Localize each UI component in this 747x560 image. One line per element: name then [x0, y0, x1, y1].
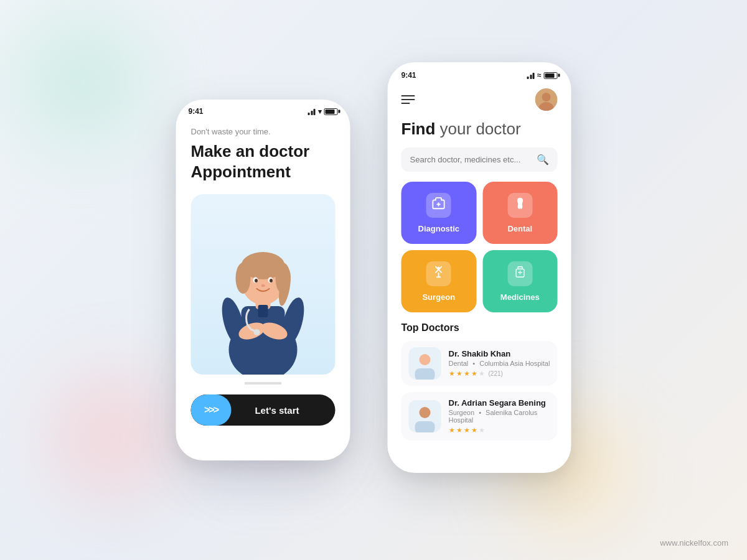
- doctor-info-2: Dr. Adrian Segara Bening Surgeon • Salen…: [449, 398, 550, 434]
- status-bar-2: 9:41 ≈: [388, 62, 571, 85]
- cta-button[interactable]: >>> Let's start: [191, 394, 336, 426]
- star2-1: ★: [449, 426, 455, 434]
- diagnostic-icon-wrap: [426, 193, 451, 218]
- nav-bar: [388, 85, 571, 117]
- avatar[interactable]: [535, 88, 558, 111]
- doctor-stars-2: ★ ★ ★ ★ ★: [449, 426, 550, 434]
- onboarding-content: Don't waste your time. Make an doctor Ap…: [176, 121, 350, 375]
- status-icons-1: ▾: [308, 108, 338, 116]
- star-5: ★: [479, 370, 485, 378]
- dental-icon: [513, 197, 527, 213]
- phones-container: 9:41 ▾ Don't waste your time. Make an do…: [176, 87, 571, 473]
- status-icons-2: ≈: [527, 71, 558, 80]
- time-2: 9:41: [402, 71, 416, 80]
- star2-2: ★: [456, 426, 463, 434]
- medicines-icon: [513, 265, 527, 282]
- svg-rect-30: [415, 421, 435, 432]
- category-dental[interactable]: Dental: [482, 182, 558, 244]
- doctor-illustration: [207, 207, 319, 375]
- svg-point-20: [542, 93, 551, 101]
- signal-icon-2: [527, 72, 535, 79]
- star2-3: ★: [464, 426, 470, 434]
- main-content: Find your doctor 🔍: [388, 117, 571, 465]
- doctor-stars-1: ★ ★ ★ ★ ★ (221): [449, 370, 550, 378]
- search-bar[interactable]: 🔍: [402, 147, 558, 172]
- svg-rect-18: [258, 305, 268, 317]
- medicines-label: Medicines: [500, 292, 540, 302]
- doctor-avatar-2: [409, 400, 441, 432]
- cta-label: Let's start: [232, 405, 336, 416]
- review-count-1: (221): [489, 370, 503, 377]
- svg-rect-27: [415, 368, 435, 380]
- doctor-name-1: Dr. Shakib Khan: [449, 349, 550, 358]
- top-doctors-title: Top Doctors: [402, 322, 558, 334]
- doctor-avatar-1: [409, 347, 441, 380]
- battery-icon-2: [544, 72, 558, 79]
- svg-point-14: [255, 279, 258, 282]
- doctor-specialty-1: Dental • Columbia Asia Hospital: [449, 360, 550, 367]
- menu-button[interactable]: [402, 95, 415, 104]
- surgeon-icon: [432, 265, 446, 282]
- doctor-specialty-2: Surgeon • Salenika Carolus Hospital: [449, 409, 550, 424]
- star-2: ★: [456, 370, 463, 378]
- time-1: 9:41: [189, 107, 204, 116]
- bottom-line: [245, 382, 282, 385]
- phone-onboarding: 9:41 ▾ Don't waste your time. Make an do…: [176, 100, 350, 460]
- status-bar-1: 9:41 ▾: [176, 100, 350, 121]
- categories-grid: Diagnostic Dental: [402, 182, 558, 312]
- category-diagnostic[interactable]: Diagnostic: [402, 182, 477, 244]
- star-4: ★: [471, 370, 477, 378]
- svg-point-15: [270, 279, 273, 282]
- find-heading: Find your doctor: [402, 119, 558, 139]
- onboarding-title: Make an doctor Appointment: [191, 141, 336, 182]
- search-icon: 🔍: [537, 154, 549, 166]
- category-medicines[interactable]: Medicines: [482, 250, 558, 312]
- svg-point-22: [438, 267, 440, 269]
- svg-point-29: [420, 407, 431, 418]
- wifi-icon-2: ≈: [537, 71, 542, 80]
- doctor-info-1: Dr. Shakib Khan Dental • Columbia Asia H…: [449, 349, 550, 378]
- diagnostic-label: Diagnostic: [418, 224, 459, 233]
- phone-main: 9:41 ≈: [388, 62, 571, 473]
- diagnostic-icon: [432, 197, 446, 213]
- battery-icon-1: [324, 108, 338, 115]
- onboarding-subtitle: Don't waste your time.: [191, 127, 336, 136]
- star-3: ★: [464, 370, 470, 378]
- bg-blob-2: [50, 373, 174, 498]
- heading-rest: your doctor: [435, 119, 520, 138]
- doctor-name-2: Dr. Adrian Segara Bening: [449, 398, 550, 408]
- arrow-icon: >>>: [204, 404, 218, 416]
- svg-point-9: [236, 263, 251, 294]
- surgeon-label: Surgeon: [422, 292, 455, 302]
- doctor-card-2[interactable]: Dr. Adrian Segara Bening Surgeon • Salen…: [402, 392, 558, 441]
- star2-4: ★: [471, 426, 477, 434]
- svg-point-17: [254, 329, 260, 335]
- signal-icon-1: [308, 108, 316, 115]
- bg-blob-1: [12, 12, 149, 149]
- wifi-icon-1: ▾: [318, 108, 322, 116]
- category-surgeon[interactable]: Surgeon: [402, 250, 477, 312]
- dental-icon-wrap: [507, 193, 532, 218]
- heading-bold: Find: [402, 119, 436, 138]
- search-input[interactable]: [410, 155, 532, 164]
- doctor-image: [191, 194, 336, 375]
- svg-point-16: [261, 284, 265, 287]
- star-1: ★: [449, 370, 455, 378]
- surgeon-icon-wrap: [426, 261, 451, 286]
- dental-label: Dental: [507, 224, 532, 233]
- svg-point-26: [420, 354, 431, 365]
- cta-arrow: >>>: [191, 394, 232, 426]
- star2-5: ★: [479, 426, 485, 434]
- watermark: www.nickelfox.com: [660, 538, 728, 548]
- doctor-card-1[interactable]: Dr. Shakib Khan Dental • Columbia Asia H…: [402, 341, 558, 386]
- medicines-icon-wrap: [507, 261, 532, 286]
